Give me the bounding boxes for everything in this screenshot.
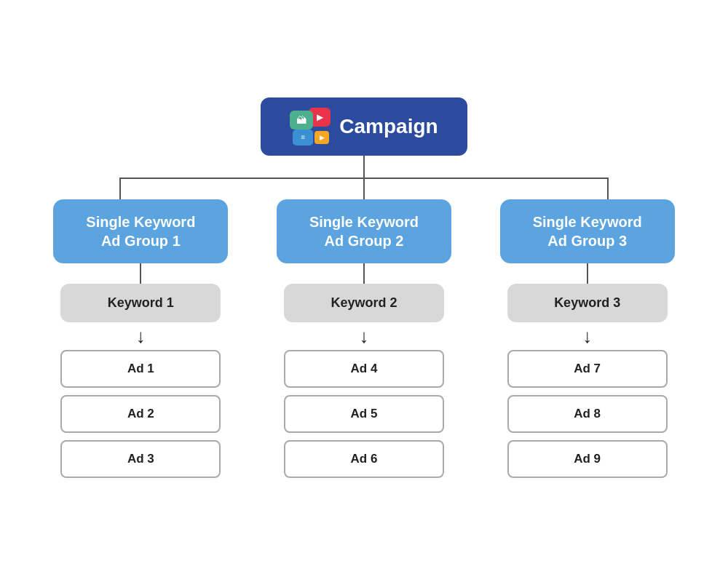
arrow-1: ↓ (136, 327, 146, 346)
branch-lines (119, 179, 609, 199)
ad-label-3-3: Ad 9 (574, 452, 601, 466)
column-1: Single Keyword Ad Group 1 Keyword 1 ↓ Ad… (42, 199, 239, 485)
ad-label-2-2: Ad 5 (351, 407, 378, 420)
arrow-3: ↓ (582, 327, 592, 346)
ad-group-box-2: Single Keyword Ad Group 2 (277, 199, 451, 263)
diagram: 🏔 ≡ ▶ Campaign Single Keyword Ad Group 1… (15, 83, 713, 500)
branch-line-3 (607, 179, 609, 199)
campaign-box: 🏔 ≡ ▶ Campaign (261, 97, 467, 156)
ad-label-2-1: Ad 4 (351, 362, 378, 375)
branch-line-1 (119, 179, 121, 199)
ad-group-box-3: Single Keyword Ad Group 3 (500, 199, 675, 263)
ad-box-3-1: Ad 7 (507, 350, 668, 388)
ad-label-1-3: Ad 3 (127, 452, 154, 466)
ad-label-1-2: Ad 2 (127, 407, 154, 420)
ad-group-label-2: Single Keyword Ad Group 2 (309, 214, 419, 249)
ad-label-2-3: Ad 6 (351, 452, 378, 466)
ad-label-3-2: Ad 8 (574, 407, 601, 420)
ad-box-1-3: Ad 3 (60, 440, 221, 478)
image-icon: 🏔 (290, 111, 313, 129)
ad-box-2-2: Ad 5 (284, 395, 444, 433)
top-vertical-connector (363, 156, 365, 178)
ad-label-3-1: Ad 7 (574, 362, 601, 375)
ad-box-1-1: Ad 1 (60, 350, 221, 388)
branch-line-2 (363, 179, 365, 199)
ad-group-box-1: Single Keyword Ad Group 1 (53, 199, 228, 263)
arrow-2: ↓ (359, 327, 368, 346)
horizontal-connector (119, 178, 609, 179)
ad-group-label-1: Single Keyword Ad Group 1 (86, 214, 195, 249)
ad-box-3-3: Ad 9 (507, 440, 668, 478)
keyword-box-1: Keyword 1 (60, 284, 221, 322)
column-3: Single Keyword Ad Group 3 Keyword 3 ↓ Ad… (489, 199, 686, 485)
ag1-kw-connector (140, 263, 141, 284)
ad-group-label-3: Single Keyword Ad Group 3 (533, 214, 642, 249)
ad-label-1-1: Ad 1 (127, 362, 154, 375)
ag2-kw-connector (363, 263, 365, 284)
keyword-label-1: Keyword 1 (108, 295, 174, 310)
ag3-kw-connector (587, 263, 588, 284)
ad-box-1-2: Ad 2 (60, 395, 221, 433)
keyword-box-3: Keyword 3 (507, 284, 668, 322)
column-2: Single Keyword Ad Group 2 Keyword 2 ↓ Ad… (266, 199, 462, 485)
keyword-box-2: Keyword 2 (284, 284, 444, 322)
ad-box-2-1: Ad 4 (284, 350, 444, 388)
chat-icon: ≡ (293, 129, 313, 146)
keyword-label-2: Keyword 2 (331, 295, 397, 310)
ad-box-3-2: Ad 8 (507, 395, 668, 433)
campaign-label: Campaign (339, 115, 438, 138)
ad-box-2-3: Ad 6 (284, 440, 444, 478)
play-icon: ▶ (314, 131, 329, 144)
campaign-icon-cluster: 🏔 ≡ ▶ (290, 108, 331, 146)
columns-container: Single Keyword Ad Group 1 Keyword 1 ↓ Ad… (15, 199, 713, 485)
keyword-label-3: Keyword 3 (554, 295, 620, 310)
